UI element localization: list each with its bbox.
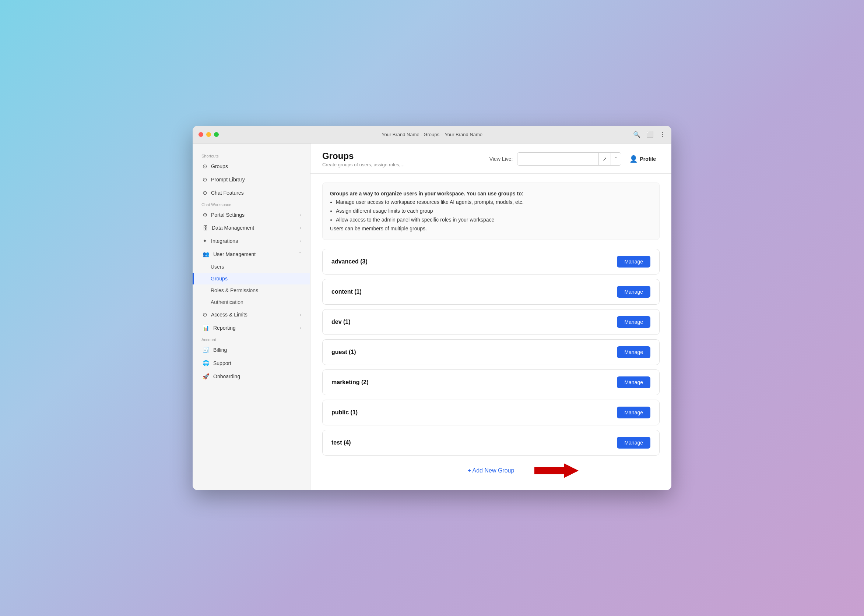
profile-icon: 👤 [629, 155, 637, 163]
content-body: Groups are a way to organize users in yo… [311, 174, 672, 490]
info-bullets: Manage user access to workspace resource… [336, 198, 652, 224]
more-icon[interactable]: ⋮ [660, 131, 665, 138]
sidebar-item-onboarding[interactable]: 🚀 Onboarding [192, 370, 310, 383]
sidebar-item-data-management[interactable]: 🗄 Data Management › [192, 222, 310, 234]
authentication-label: Authentication [211, 299, 243, 305]
content-area: Groups Create groups of users, assign ro… [311, 143, 672, 490]
groups-icon: ⊙ [203, 163, 207, 170]
search-icon[interactable]: 🔍 [633, 131, 640, 138]
group-card: marketing (2)Manage [322, 369, 660, 395]
sidebar-item-reporting[interactable]: 📊 Reporting › [192, 321, 310, 335]
sub-item-roles[interactable]: Roles & Permissions [192, 284, 310, 296]
sidebar-item-support[interactable]: 🌐 Support [192, 357, 310, 370]
extensions-icon[interactable]: ⬜ [646, 131, 654, 138]
sidebar-item-prompt-library[interactable]: ⊙ Prompt Library [192, 173, 310, 186]
sidebar-chat-label: Chat Features [211, 190, 244, 196]
access-limits-icon: ⊙ [203, 311, 207, 318]
reporting-chevron: › [300, 326, 301, 330]
support-label: Support [213, 360, 231, 366]
sidebar-item-portal-settings[interactable]: ⚙ Portal Settings › [192, 208, 310, 222]
reporting-icon: 📊 [203, 325, 210, 331]
manage-button[interactable]: Manage [617, 437, 650, 449]
view-live-dropdown-button[interactable]: ˅ [611, 153, 621, 165]
manage-button[interactable]: Manage [617, 407, 650, 418]
manage-button[interactable]: Manage [617, 316, 650, 328]
integrations-chevron: › [300, 239, 301, 243]
user-management-submenu: Users Groups Roles & Permissions Authent… [192, 261, 310, 308]
reporting-label: Reporting [213, 325, 236, 331]
group-name: advanced (3) [331, 258, 367, 265]
group-name: test (4) [331, 439, 351, 446]
manage-button[interactable]: Manage [617, 286, 650, 298]
group-name: guest (1) [331, 349, 356, 355]
portal-settings-label: Portal Settings [211, 212, 244, 218]
chat-features-icon: ⊙ [203, 190, 207, 196]
user-management-label: User Management [213, 251, 255, 257]
manage-button[interactable]: Manage [617, 256, 650, 267]
view-live-open-button[interactable]: ↗ [599, 153, 611, 165]
titlebar: Your Brand Name - Groups – Your Brand Na… [192, 126, 672, 143]
portal-settings-chevron: › [300, 213, 301, 217]
titlebar-actions: 🔍 ⬜ ⋮ [633, 131, 665, 138]
groups-sub-label: Groups [211, 276, 228, 281]
view-live-label: View Live: [489, 156, 513, 162]
close-button[interactable] [199, 132, 203, 137]
info-footer: Users can be members of multiple groups. [330, 225, 652, 233]
sidebar-item-integrations[interactable]: ✦ Integrations › [192, 234, 310, 248]
arrow-indicator [534, 462, 579, 480]
sidebar-prompt-label: Prompt Library [211, 177, 245, 182]
prompt-library-icon: ⊙ [203, 176, 207, 183]
account-label: Account [192, 335, 310, 343]
users-label: Users [211, 264, 224, 270]
info-intro-bold: Groups are a way to organize users in yo… [330, 191, 523, 196]
user-management-chevron: ˅ [299, 252, 301, 256]
data-management-icon: 🗄 [203, 225, 208, 231]
sidebar-item-groups[interactable]: ⊙ Groups [192, 160, 310, 173]
roles-label: Roles & Permissions [211, 288, 258, 293]
sidebar-item-access-limits[interactable]: ⊙ Access & Limits › [192, 308, 310, 321]
user-management-icon: 👥 [203, 251, 210, 258]
header-left: Groups Create groups of users, assign ro… [322, 151, 404, 167]
groups-list: advanced (3)Managecontent (1)Managedev (… [322, 249, 660, 456]
access-limits-label: Access & Limits [211, 312, 248, 317]
integrations-icon: ✦ [203, 238, 207, 244]
group-name: marketing (2) [331, 379, 368, 386]
sidebar-item-chat-features[interactable]: ⊙ Chat Features [192, 186, 310, 200]
content-header: Groups Create groups of users, assign ro… [311, 143, 672, 174]
sidebar-item-user-management[interactable]: 👥 User Management ˅ [192, 248, 310, 261]
add-group-row: + Add New Group [322, 460, 660, 481]
manage-button[interactable]: Manage [617, 346, 650, 358]
billing-icon: 🧾 [203, 347, 210, 353]
group-card: test (4)Manage [322, 430, 660, 456]
sidebar-item-billing[interactable]: 🧾 Billing [192, 343, 310, 357]
view-live-input[interactable] [517, 153, 599, 165]
portal-settings-icon: ⚙ [203, 212, 207, 218]
info-bullet-2: Assign different usage limits to each gr… [336, 207, 652, 215]
group-card: public (1)Manage [322, 400, 660, 425]
add-new-group-button[interactable]: + Add New Group [468, 467, 514, 474]
maximize-button[interactable] [214, 132, 219, 137]
group-name: dev (1) [331, 319, 351, 325]
main-layout: Shortcuts ⊙ Groups ⊙ Prompt Library ⊙ Ch… [192, 143, 672, 490]
sub-item-authentication[interactable]: Authentication [192, 296, 310, 308]
minimize-button[interactable] [206, 132, 211, 137]
svg-marker-0 [534, 463, 579, 478]
sub-item-groups[interactable]: Groups [192, 273, 310, 284]
group-name: content (1) [331, 289, 362, 295]
profile-button[interactable]: 👤 Profile [626, 153, 660, 165]
data-management-label: Data Management [212, 225, 254, 231]
shortcuts-label: Shortcuts [192, 151, 310, 160]
group-card: content (1)Manage [322, 279, 660, 305]
page-title: Groups [322, 151, 404, 161]
sub-item-users[interactable]: Users [192, 261, 310, 273]
info-bullet-3: Allow access to the admin panel with spe… [336, 215, 652, 225]
page-subtitle: Create groups of users, assign roles,... [322, 162, 404, 167]
info-bullet-1: Manage user access to workspace resource… [336, 198, 652, 207]
view-live-group: ↗ ˅ [517, 152, 621, 166]
sidebar: Shortcuts ⊙ Groups ⊙ Prompt Library ⊙ Ch… [192, 143, 311, 490]
group-name: public (1) [331, 409, 358, 416]
onboarding-label: Onboarding [213, 374, 240, 379]
window-title: Your Brand Name - Groups – Your Brand Na… [382, 132, 482, 137]
support-icon: 🌐 [203, 360, 210, 366]
manage-button[interactable]: Manage [617, 376, 650, 388]
